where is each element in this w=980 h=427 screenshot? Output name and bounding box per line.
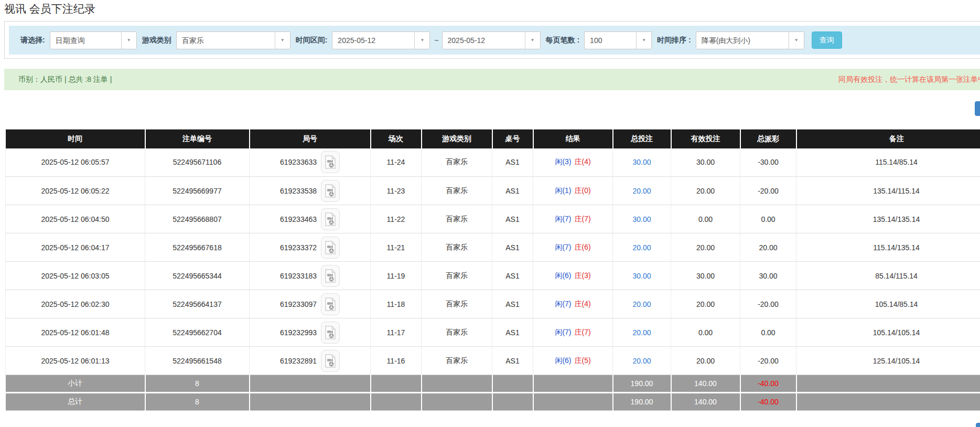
- cell-total-bet: 20.00: [613, 177, 671, 205]
- header-bet-number: 注单编号: [145, 130, 250, 148]
- header-session: 场次: [371, 130, 422, 148]
- clipped-corner-element[interactable]: [976, 423, 980, 427]
- cell-round-number: 619233097: [250, 290, 371, 318]
- cell-payout: 30.00: [740, 262, 796, 290]
- cell-result: 闲(6)庄(3): [533, 262, 613, 290]
- total-payout: -40.00: [740, 393, 796, 411]
- game-category-label: 游戏类别: [142, 36, 171, 45]
- cell-payout: 20.00: [740, 233, 796, 262]
- cell-payout: -30.00: [740, 148, 796, 177]
- header-game-type: 游戏类别: [422, 130, 492, 148]
- video-replay-button[interactable]: [321, 265, 340, 287]
- video-replay-button[interactable]: [321, 322, 340, 344]
- video-file-icon: [325, 354, 336, 368]
- cell-round-number: 619232891: [250, 347, 371, 375]
- cell-bet-number: 522495669977: [145, 177, 250, 205]
- search-button[interactable]: 查询: [812, 31, 842, 49]
- video-replay-button[interactable]: [321, 151, 340, 173]
- time-sort-label: 时间排序 :: [657, 36, 691, 45]
- cell-remark: 105.14/105.14: [796, 318, 980, 347]
- cell-valid-bet: 0.00: [671, 205, 740, 233]
- time-sort-select[interactable]: 降幂(由大到小) ▼: [696, 31, 804, 49]
- result-player: 闲(1): [555, 186, 571, 195]
- clipped-action-button[interactable]: [975, 101, 980, 116]
- video-replay-button[interactable]: [321, 293, 340, 315]
- filter-panel: 请选择: 日期查询 ▼ 游戏类别 百家乐 ▼ 时间区间: 2025-05-12 …: [4, 21, 980, 59]
- cell-time: 2025-05-12 06:04:50: [6, 205, 145, 233]
- chevron-down-icon: ▼: [525, 32, 540, 49]
- chevron-down-icon: ▼: [121, 32, 136, 49]
- cell-remark: 125.14/105.14: [796, 347, 980, 375]
- query-type-label: 请选择:: [20, 36, 45, 45]
- round-number: 619233463: [280, 215, 317, 223]
- date-from-select[interactable]: 2025-05-12 ▼: [332, 31, 430, 49]
- total-bet-link[interactable]: 20.00: [632, 243, 651, 252]
- date-from-value: 2025-05-12: [332, 32, 414, 49]
- cell-session: 11-23: [371, 177, 422, 205]
- cell-time: 2025-05-12 06:05:22: [6, 177, 145, 205]
- cell-payout: -20.00: [740, 290, 796, 318]
- cell-session: 11-16: [371, 347, 422, 375]
- video-replay-button[interactable]: [321, 237, 340, 259]
- cell-payout: -20.00: [740, 347, 796, 375]
- result-banker: 庄(7): [575, 215, 591, 223]
- date-to-select[interactable]: 2025-05-12 ▼: [442, 31, 541, 49]
- page-size-select[interactable]: 100 ▼: [584, 31, 652, 49]
- cell-round-number: 619232993: [250, 318, 371, 347]
- filter-bar: 请选择: 日期查询 ▼ 游戏类别 百家乐 ▼ 时间区间: 2025-05-12 …: [9, 26, 980, 55]
- cell-time: 2025-05-12 06:03:05: [6, 262, 145, 290]
- cell-round-number: 619233463: [250, 205, 371, 233]
- video-replay-button[interactable]: [321, 208, 340, 230]
- table-row: 2025-05-12 06:04:50 522495668807 6192334…: [6, 205, 980, 233]
- cell-total-bet: 30.00: [613, 205, 671, 233]
- cell-table-no: AS1: [492, 205, 533, 233]
- cell-game-type: 百家乐: [422, 205, 492, 233]
- chevron-down-icon: ▼: [414, 32, 429, 49]
- total-bet-link[interactable]: 30.00: [632, 272, 651, 280]
- total-valid-bet: 140.00: [671, 393, 740, 411]
- cell-bet-number: 522495664137: [145, 290, 250, 318]
- total-row: 总计 8 190.00 140.00 -40.00: [6, 393, 980, 411]
- total-total-bet: 190.00: [613, 393, 671, 411]
- cell-remark: 135.14/115.14: [796, 177, 980, 205]
- result-banker: 庄(0): [575, 186, 591, 195]
- cell-remark: 105.14/85.14: [796, 290, 980, 318]
- cell-result: 闲(6)庄(5): [533, 347, 613, 375]
- result-player: 闲(3): [555, 157, 571, 166]
- result-player: 闲(7): [555, 300, 571, 308]
- video-replay-button[interactable]: [321, 180, 340, 202]
- cell-game-type: 百家乐: [422, 347, 492, 375]
- result-player: 闲(7): [555, 215, 571, 223]
- cell-table-no: AS1: [492, 177, 533, 205]
- total-bet-link[interactable]: 20.00: [632, 300, 651, 308]
- total-bet-link[interactable]: 20.00: [632, 357, 651, 365]
- header-table-no: 桌号: [492, 130, 533, 148]
- video-replay-button[interactable]: [321, 350, 340, 372]
- cell-valid-bet: 30.00: [671, 262, 740, 290]
- total-bet-link[interactable]: 20.00: [632, 187, 651, 195]
- cell-session: 11-17: [371, 318, 422, 347]
- query-type-select[interactable]: 日期查询 ▼: [50, 31, 137, 49]
- total-bet-link[interactable]: 30.00: [632, 215, 651, 223]
- summary-note: 同局有效投注，统一计算在该局第一张注单中: [838, 69, 980, 90]
- game-category-select[interactable]: 百家乐 ▼: [176, 31, 290, 49]
- range-separator: ~: [434, 36, 438, 45]
- result-banker: 庄(5): [575, 356, 591, 365]
- total-bet-link[interactable]: 20.00: [632, 328, 651, 337]
- chevron-down-icon: ▼: [636, 32, 651, 49]
- game-category-value: 百家乐: [177, 32, 275, 49]
- result-banker: 庄(4): [575, 157, 591, 166]
- cell-game-type: 百家乐: [422, 177, 492, 205]
- cell-valid-bet: 20.00: [671, 347, 740, 375]
- total-bet-link[interactable]: 30.00: [632, 158, 651, 166]
- cell-session: 11-24: [371, 148, 422, 177]
- cell-time: 2025-05-12 06:02:30: [6, 290, 145, 318]
- result-banker: 庄(6): [575, 243, 591, 251]
- subtotal-row: 小计 8 190.00 140.00 -40.00: [6, 375, 980, 393]
- cell-remark: 115.14/135.14: [796, 233, 980, 262]
- cell-valid-bet: 20.00: [671, 233, 740, 262]
- cell-bet-number: 522495667618: [145, 233, 250, 262]
- table-row: 2025-05-12 06:04:17 522495667618 6192333…: [6, 233, 980, 262]
- cell-session: 11-22: [371, 205, 422, 233]
- video-file-icon: [325, 155, 336, 169]
